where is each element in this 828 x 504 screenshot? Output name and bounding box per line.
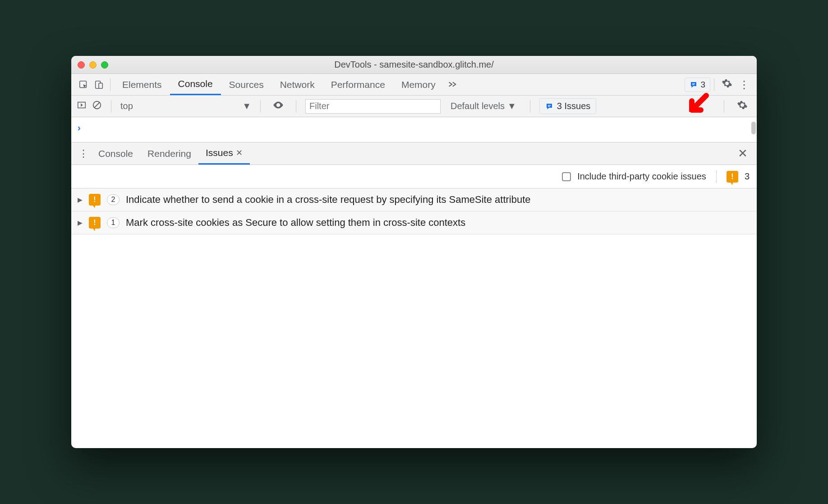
separator: [110, 78, 110, 91]
issues-button-label: 3 Issues: [557, 101, 590, 111]
separator: [714, 78, 714, 91]
svg-line-7: [95, 103, 100, 108]
issue-title: Indicate whether to send a cookie in a c…: [126, 194, 531, 206]
issues-icon: [690, 81, 698, 89]
settings-gear-icon[interactable]: [718, 78, 736, 91]
separator: [260, 100, 261, 113]
context-dropdown[interactable]: top ▼: [120, 101, 251, 111]
devtools-window: DevTools - samesite-sandbox.glitch.me/ E…: [71, 56, 757, 448]
device-toolbar-icon[interactable]: [91, 80, 106, 90]
issues-badge-count: 3: [700, 80, 705, 90]
separator: [530, 100, 530, 113]
more-options-icon[interactable]: ⋮: [736, 78, 752, 91]
issues-total-count: 3: [745, 171, 750, 182]
log-levels-dropdown[interactable]: Default levels ▼: [446, 101, 521, 111]
chevron-down-icon: ▼: [242, 101, 251, 111]
third-party-checkbox[interactable]: [562, 172, 571, 181]
inspect-element-icon[interactable]: [76, 80, 91, 90]
separator: [111, 100, 111, 113]
main-tab-bar: Elements Console Sources Network Perform…: [71, 74, 757, 96]
issue-count-pill: 2: [107, 194, 120, 205]
tab-console[interactable]: Console: [170, 74, 221, 95]
open-issues-button[interactable]: 3 Issues: [539, 98, 596, 114]
issue-count-pill: 1: [107, 217, 120, 228]
context-label: top: [120, 101, 133, 111]
titlebar: DevTools - samesite-sandbox.glitch.me/: [71, 56, 757, 74]
console-settings-gear-icon[interactable]: [733, 100, 751, 113]
tab-performance[interactable]: Performance: [323, 74, 393, 95]
third-party-checkbox-label: Include third-party cookie issues: [577, 171, 706, 182]
svg-rect-8: [548, 105, 551, 105]
clear-console-icon[interactable]: [92, 100, 102, 112]
tab-elements[interactable]: Elements: [114, 74, 170, 95]
svg-rect-4: [692, 84, 695, 85]
warning-icon: !: [89, 217, 101, 229]
drawer-more-icon[interactable]: ⋮: [76, 148, 91, 160]
issues-icon: [545, 102, 553, 110]
more-tabs-button[interactable]: [444, 79, 461, 90]
console-prompt-icon: ›: [78, 123, 81, 133]
toggle-sidebar-icon[interactable]: [77, 100, 87, 112]
separator: [716, 170, 717, 183]
drawer-tab-issues[interactable]: Issues ✕: [198, 142, 250, 165]
issue-row[interactable]: ▶ ! 2 Indicate whether to send a cookie …: [71, 188, 757, 211]
drawer-tab-rendering[interactable]: Rendering: [140, 142, 198, 165]
scrollbar-thumb[interactable]: [751, 122, 756, 134]
svg-rect-3: [692, 83, 695, 84]
issues-counter-badge[interactable]: 3: [685, 78, 710, 92]
svg-rect-9: [548, 106, 550, 106]
drawer-tab-bar: ⋮ Console Rendering Issues ✕ ✕: [71, 142, 757, 165]
filter-input[interactable]: Filter: [305, 99, 441, 114]
annotation-arrow-icon: [684, 92, 711, 121]
issues-toolbar: Include third-party cookie issues ! 3: [71, 165, 757, 188]
warning-icon: !: [89, 194, 101, 206]
tab-sources[interactable]: Sources: [221, 74, 272, 95]
close-drawer-icon[interactable]: ✕: [733, 147, 752, 160]
console-input-area[interactable]: ›: [71, 117, 757, 142]
console-control-bar: top ▼ Filter Default levels ▼ 3 Issues: [71, 96, 757, 117]
close-tab-icon[interactable]: ✕: [236, 148, 243, 158]
window-title: DevTools - samesite-sandbox.glitch.me/: [71, 60, 757, 70]
drawer-tab-console[interactable]: Console: [91, 142, 140, 165]
live-expression-icon[interactable]: [270, 101, 287, 112]
issue-title: Mark cross-site cookies as Secure to all…: [126, 217, 465, 229]
filter-placeholder: Filter: [309, 101, 329, 111]
expand-icon[interactable]: ▶: [78, 196, 83, 203]
tab-network[interactable]: Network: [272, 74, 323, 95]
tab-memory[interactable]: Memory: [393, 74, 444, 95]
warning-icon: !: [727, 171, 738, 183]
separator: [296, 100, 296, 113]
issue-row[interactable]: ▶ ! 1 Mark cross-site cookies as Secure …: [71, 211, 757, 234]
expand-icon[interactable]: ▶: [78, 219, 83, 226]
separator: [724, 100, 724, 113]
chevron-down-icon: ▼: [507, 101, 516, 111]
svg-rect-2: [99, 83, 102, 88]
